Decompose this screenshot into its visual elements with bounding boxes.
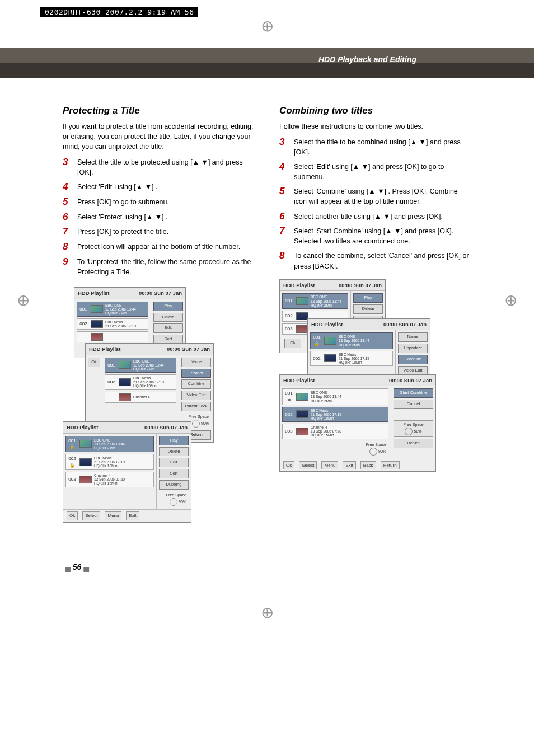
free-space-label: Free Space90% bbox=[282, 441, 388, 457]
playlist-row[interactable]: 002BBC News21 Sep 2006 17:19 bbox=[77, 318, 148, 330]
thumbnail-icon bbox=[324, 354, 336, 362]
thumbnail-icon bbox=[324, 337, 336, 345]
footer-ok[interactable]: Ok bbox=[67, 511, 78, 520]
thumbnail-icon bbox=[296, 393, 308, 401]
row-num: 002 bbox=[106, 379, 116, 386]
thumbnail-icon bbox=[296, 312, 308, 320]
menu-video-edit[interactable]: Video Edit bbox=[181, 391, 211, 400]
footer-exit[interactable]: Exit bbox=[126, 511, 139, 520]
menu-delete[interactable]: Delete bbox=[353, 304, 383, 314]
playlist-row[interactable]: 003Channel 413 Sep 2006 07:20HQ 0Hr 15Mi… bbox=[282, 424, 388, 439]
footer-menu[interactable]: Menu bbox=[321, 461, 338, 470]
footer-return[interactable]: Return bbox=[381, 461, 400, 470]
footer-ok[interactable]: Ok bbox=[283, 461, 294, 470]
row-meta: BBC ONE13 Sep 2006 13:44HQ 0Hr 2Min bbox=[311, 391, 341, 402]
row-num: 001⇔ bbox=[284, 390, 294, 403]
playlist-row[interactable]: 003Channel 413 Sep 2006 07:20HQ 0Hr 15Mi… bbox=[65, 472, 154, 487]
menu-dubbing[interactable]: Dubbing bbox=[159, 480, 189, 490]
step-number: 7 bbox=[63, 227, 71, 237]
playlist-row[interactable]: 002BBC News21 Sep 2006 17:19HQ 0Hr 10Min bbox=[282, 407, 388, 422]
menu-unprotect[interactable]: Unprotect bbox=[398, 344, 428, 353]
footer-select[interactable]: Select bbox=[299, 461, 317, 470]
step-text: Select 'Combine' using [▲ ▼] . Press [OK… bbox=[294, 186, 471, 206]
row-meta: BBC News21 Sep 2006 17:19HQ 0Hr 10Min bbox=[94, 456, 125, 468]
combine-icon: ⇔ bbox=[287, 397, 291, 402]
row-num: 001🔒 bbox=[67, 438, 77, 450]
step-number: 9 bbox=[63, 257, 71, 277]
menu-edit[interactable]: Edit bbox=[153, 323, 183, 333]
step-number: 6 bbox=[279, 212, 287, 222]
menu-cancel[interactable]: Cancel bbox=[394, 400, 433, 409]
row-num: 003 bbox=[284, 428, 294, 435]
context-menu: Play Delete Edit Sort Dubbing Free Space… bbox=[156, 434, 191, 510]
row-meta: Channel 413 Sep 2006 07:20HQ 0Hr 15Min bbox=[94, 473, 125, 485]
menu-play[interactable]: Play bbox=[159, 436, 189, 445]
footer-menu[interactable]: Menu bbox=[105, 511, 121, 520]
step-text: To 'Unprotect' the title, follow the sam… bbox=[77, 257, 255, 277]
playlist-row[interactable]: 001BBC ONE13 Sep 2006 13:44HQ 0Hr 2Min bbox=[282, 293, 348, 308]
disc-icon bbox=[369, 448, 377, 456]
row-meta: BBC ONE13 Sep 2006 13:44HQ 0Hr 2Min bbox=[94, 438, 125, 450]
footer-select[interactable]: Select bbox=[82, 511, 100, 520]
playlist-row[interactable]: 002🔒BBC News21 Sep 2006 17:19HQ 0Hr 10Mi… bbox=[65, 454, 154, 470]
menu-name[interactable]: Name bbox=[181, 358, 211, 367]
row-meta: BBC ONE13 Sep 2006 13:44HQ 0Hr 2Min bbox=[339, 335, 369, 346]
menu-combine[interactable]: Combine bbox=[181, 379, 211, 389]
menu-return[interactable]: Return bbox=[394, 439, 433, 448]
playlist-row[interactable]: 001⇔BBC ONE13 Sep 2006 13:44HQ 0Hr 2Min bbox=[282, 388, 388, 405]
menu-combine[interactable]: Combine bbox=[398, 355, 428, 364]
right-column: Combining two titles Follow these instru… bbox=[279, 104, 471, 522]
thumbnail-icon bbox=[296, 410, 308, 418]
row-num: 002 bbox=[284, 313, 294, 320]
menu-protect[interactable]: Protect bbox=[181, 369, 211, 378]
menu-sort[interactable]: Sort bbox=[159, 469, 189, 478]
panel-title: HDD Playlist bbox=[283, 377, 315, 384]
step-number: 7 bbox=[279, 226, 287, 246]
menu-delete[interactable]: Delete bbox=[153, 313, 183, 322]
row-meta: BBC News21 Sep 2006 17:19 bbox=[105, 320, 136, 328]
step-number: 6 bbox=[63, 212, 71, 223]
menu-start-combine[interactable]: Start Combine bbox=[394, 388, 433, 398]
playlist-row[interactable]: 002BBC News21 Sep 2006 17:19HQ 0Hr 10Min bbox=[105, 374, 176, 389]
row-num: 001 bbox=[106, 362, 116, 369]
section-band-title: HDD Playback and Editing bbox=[318, 55, 416, 64]
lock-icon: 🔒 bbox=[69, 444, 75, 449]
row-meta: BBC News21 Sep 2006 17:19HQ 0Hr 10Min bbox=[133, 376, 164, 388]
panel-clock: 00:00 Sun 07 Jan bbox=[383, 321, 427, 328]
thumbnail-icon bbox=[91, 333, 103, 341]
row-meta: BBC News21 Sep 2006 17:19HQ 0Hr 10Min bbox=[339, 353, 369, 364]
ok-button[interactable]: Ok bbox=[88, 358, 100, 367]
thumbnail-icon bbox=[119, 361, 131, 369]
playlist-row[interactable]: 001BBC ONE13 Sep 2006 13:44HQ 0Hr 2Min bbox=[105, 358, 176, 373]
hdd-playlist-panel-start-combine: HDD Playlist00:00 Sun 07 Jan 001⇔BBC ONE… bbox=[279, 374, 436, 472]
menu-name[interactable]: Name bbox=[398, 332, 428, 342]
ok-button[interactable]: Ok bbox=[284, 339, 301, 348]
panel-title: HDD Playlist bbox=[283, 281, 315, 289]
row-meta: BBC ONE13 Sep 2006 13:44HQ 0Hr 2Min bbox=[133, 359, 164, 371]
playlist-row[interactable]: Channel 4 bbox=[105, 392, 176, 403]
build-stamp: 0202DRHT-630 2007.2.2 9:19 AM 56 bbox=[40, 7, 198, 17]
playlist-row[interactable]: 001🔒BBC ONE13 Sep 2006 13:44HQ 0Hr 2Min bbox=[310, 332, 393, 349]
menu-play[interactable]: Play bbox=[353, 293, 383, 303]
footer-back[interactable]: Back bbox=[360, 461, 376, 470]
playlist-row[interactable]: 001🔒BBC ONE13 Sep 2006 13:44HQ 0Hr 2Min bbox=[65, 436, 154, 452]
menu-play[interactable]: Play bbox=[153, 302, 183, 311]
menu-edit[interactable]: Edit bbox=[159, 458, 189, 467]
playlist-row[interactable]: 001BBC ONE13 Sep 2006 13:44HQ 0Hr 2Min bbox=[77, 302, 148, 317]
playlist-row[interactable] bbox=[77, 331, 148, 342]
playlist-row[interactable]: 002BBC News21 Sep 2006 17:19HQ 0Hr 10Min bbox=[310, 351, 393, 366]
row-num: 001 bbox=[78, 306, 88, 313]
step-text: Protect icon will appear at the bottom o… bbox=[77, 242, 255, 252]
free-space-label: Free Space90% bbox=[159, 491, 189, 507]
thumbnail-icon bbox=[119, 378, 131, 386]
panel-title: HDD Playlist bbox=[78, 289, 110, 297]
combining-intro: Follow these instructions to combine two… bbox=[279, 121, 471, 132]
thumbnail-icon bbox=[91, 305, 103, 313]
step-text: Select 'Protect' using [▲ ▼] . bbox=[77, 212, 255, 223]
row-num: 001 bbox=[284, 298, 294, 304]
step-number: 8 bbox=[279, 251, 287, 271]
left-column: Protecting a Title If you want to protec… bbox=[63, 104, 255, 522]
menu-delete[interactable]: Delete bbox=[159, 447, 189, 457]
footer-exit[interactable]: Exit bbox=[343, 461, 355, 470]
menu-parent-lock[interactable]: Parent Lock bbox=[181, 402, 211, 411]
